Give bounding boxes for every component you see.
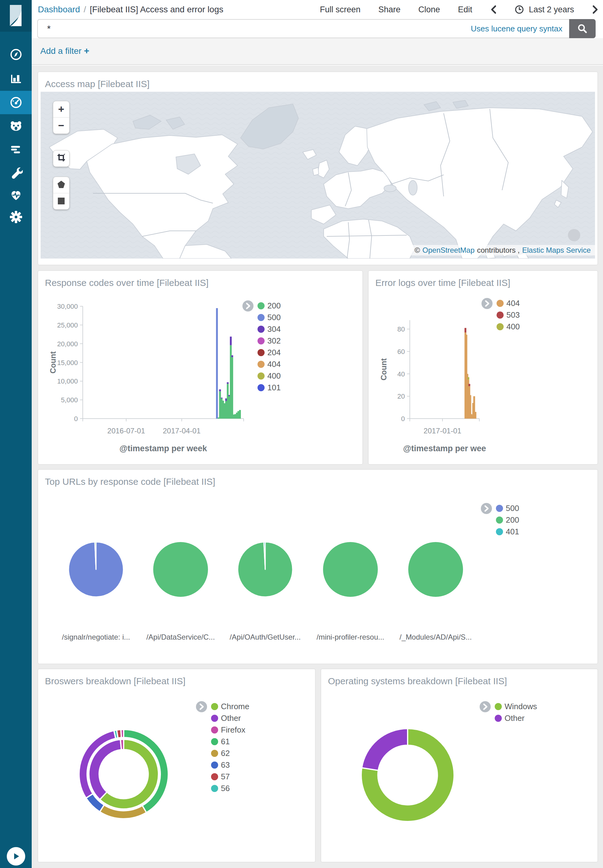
legend-color-dot bbox=[258, 349, 264, 356]
breadcrumb: Dashboard / [Filebeat IIS] Access and er… bbox=[38, 0, 223, 19]
time-forward-chevron-icon[interactable] bbox=[592, 5, 599, 14]
draw-polygon-button[interactable] bbox=[53, 177, 69, 193]
legend-item[interactable]: 62 bbox=[211, 747, 249, 759]
sidebar-item-dashboard[interactable] bbox=[0, 91, 32, 114]
legend-label: 404 bbox=[506, 299, 520, 308]
legend-item[interactable]: 302 bbox=[258, 335, 281, 347]
legend-item[interactable]: 56 bbox=[211, 783, 249, 794]
legend-item[interactable]: Chrome bbox=[211, 701, 249, 712]
legend-color-dot bbox=[211, 785, 218, 792]
sidebar-item-settings[interactable] bbox=[0, 205, 32, 229]
response-codes-chart[interactable]: 05,00010,00015,00020,00025,00030,0002016… bbox=[38, 289, 362, 462]
edit-button[interactable]: Edit bbox=[458, 5, 472, 14]
kibana-logo[interactable] bbox=[0, 0, 32, 32]
legend-color-dot bbox=[496, 505, 503, 512]
world-map[interactable]: + − bbox=[40, 92, 595, 258]
share-button[interactable]: Share bbox=[379, 5, 400, 14]
add-filter-link[interactable]: Add a filter + bbox=[40, 46, 89, 56]
top-bar: Dashboard / [Filebeat IIS] Access and er… bbox=[32, 0, 603, 65]
pie-label: /Api/DataService/C... bbox=[138, 633, 224, 641]
legend-item[interactable]: 401 bbox=[496, 526, 519, 537]
legend-color-dot bbox=[496, 517, 503, 524]
clone-button[interactable]: Clone bbox=[418, 5, 440, 14]
legend-item[interactable]: 400 bbox=[258, 370, 281, 382]
pie-label: /signalr/negotiate: i... bbox=[53, 633, 139, 641]
map-zoom-control: + − bbox=[53, 101, 70, 134]
legend-item[interactable]: Other bbox=[495, 712, 537, 724]
full-screen-button[interactable]: Full screen bbox=[320, 5, 360, 14]
pie-svg bbox=[407, 540, 465, 599]
map-fit-control bbox=[53, 150, 70, 167]
legend-label: 101 bbox=[267, 383, 281, 393]
breadcrumb-dashboard-link[interactable]: Dashboard bbox=[38, 5, 80, 14]
legend-item[interactable]: 500 bbox=[258, 311, 281, 323]
map-attribution-toggle[interactable] bbox=[568, 229, 580, 241]
sidebar-item-dev-tools[interactable] bbox=[0, 138, 32, 161]
legend-item[interactable]: Firefox bbox=[211, 724, 249, 736]
search-button[interactable] bbox=[569, 19, 595, 38]
compass-icon bbox=[9, 48, 23, 61]
legend-item[interactable]: 101 bbox=[258, 382, 281, 393]
sidebar-collapse-button[interactable] bbox=[7, 847, 25, 865]
fit-data-bounds-button[interactable] bbox=[53, 150, 69, 167]
sidebar-item-monitoring[interactable] bbox=[0, 183, 32, 207]
legend-item[interactable]: 404 bbox=[496, 297, 520, 309]
svg-text:40: 40 bbox=[397, 370, 405, 378]
panel-title: Broswers breakdown [Filebeat IIS] bbox=[45, 676, 186, 686]
legend-toggle-chevron-icon[interactable] bbox=[196, 701, 207, 713]
legend-toggle-chevron-icon[interactable] bbox=[481, 298, 493, 309]
legend-item[interactable]: 304 bbox=[258, 323, 281, 335]
sidebar-item-discover[interactable] bbox=[0, 43, 32, 66]
legend-item[interactable]: 500 bbox=[496, 502, 519, 514]
svg-text:60: 60 bbox=[397, 348, 405, 356]
legend-label: 204 bbox=[267, 348, 281, 357]
openstreetmap-link[interactable]: OpenStreetMap bbox=[422, 246, 475, 255]
pie-chart[interactable] bbox=[236, 540, 294, 599]
time-picker[interactable]: Last 2 years bbox=[515, 5, 574, 14]
bar-chart-svg: 05,00010,00015,00020,00025,00030,0002016… bbox=[38, 289, 362, 462]
svg-text:2016-07-01: 2016-07-01 bbox=[107, 427, 145, 435]
svg-text:0: 0 bbox=[74, 415, 78, 422]
legend-item[interactable]: 503 bbox=[496, 309, 520, 321]
sidebar-item-management[interactable] bbox=[0, 161, 32, 184]
zoom-out-button[interactable]: − bbox=[53, 118, 69, 134]
legend-item[interactable]: 204 bbox=[258, 347, 281, 358]
sidebar-item-timelion[interactable] bbox=[0, 114, 32, 138]
os-donut-chart[interactable] bbox=[361, 729, 454, 822]
pie-chart[interactable] bbox=[407, 540, 465, 599]
draw-rectangle-button[interactable] bbox=[53, 193, 69, 209]
legend-item[interactable]: Windows bbox=[495, 701, 537, 712]
pie-chart[interactable] bbox=[67, 540, 125, 599]
legend-toggle-chevron-icon[interactable] bbox=[479, 701, 491, 713]
legend-color-dot bbox=[495, 715, 502, 722]
legend-item[interactable]: 61 bbox=[211, 736, 249, 747]
browsers-donut-chart[interactable] bbox=[79, 729, 168, 819]
legend-item[interactable]: 57 bbox=[211, 771, 249, 783]
sidebar-item-visualize[interactable] bbox=[0, 66, 32, 90]
legend-label: Chrome bbox=[221, 702, 249, 711]
legend-label: Other bbox=[504, 713, 524, 723]
top-menu: Full screen Share Clone Edit Last 2 year… bbox=[320, 0, 599, 19]
lucene-syntax-link[interactable]: Uses lucene query syntax bbox=[471, 24, 563, 34]
legend-toggle-chevron-icon[interactable] bbox=[481, 503, 492, 514]
legend-toggle-chevron-icon[interactable] bbox=[242, 300, 254, 312]
time-back-chevron-icon[interactable] bbox=[490, 5, 497, 14]
breadcrumb-row: Dashboard / [Filebeat IIS] Access and er… bbox=[32, 0, 603, 19]
legend-item[interactable]: 200 bbox=[496, 514, 519, 526]
legend-label: 61 bbox=[221, 737, 230, 746]
elastic-maps-service-link[interactable]: Elastic Maps Service bbox=[522, 246, 591, 255]
svg-text:2017-01-01: 2017-01-01 bbox=[424, 427, 461, 435]
search-input[interactable] bbox=[46, 22, 448, 36]
legend-item[interactable]: 200 bbox=[258, 300, 281, 311]
clock-icon bbox=[515, 5, 524, 14]
legend-item[interactable]: Other bbox=[211, 712, 249, 724]
zoom-in-button[interactable]: + bbox=[53, 101, 69, 117]
legend-item[interactable]: 400 bbox=[496, 321, 520, 333]
legend-label: 200 bbox=[267, 301, 281, 311]
pie-chart[interactable] bbox=[152, 540, 210, 599]
heart-pulse-icon bbox=[9, 188, 23, 202]
pie-chart[interactable] bbox=[321, 540, 380, 599]
legend-item[interactable]: 404 bbox=[258, 358, 281, 370]
legend-color-dot bbox=[211, 726, 218, 733]
legend-item[interactable]: 63 bbox=[211, 759, 249, 771]
